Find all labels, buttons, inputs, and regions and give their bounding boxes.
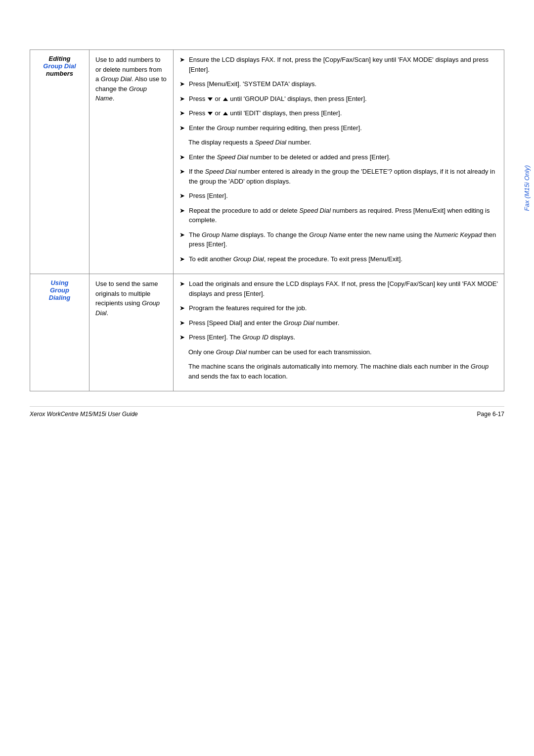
step-note: Only one Group Dial number can be used f… (188, 347, 498, 357)
side-label: Fax (M15i Only) (523, 165, 531, 211)
table-row-editing: Editing Group Dial numbers Use to add nu… (30, 50, 504, 274)
step-item: ➤ Press [Enter]. The Group ID displays. (179, 332, 498, 342)
desc-cell-editing: Use to add numbers to or delete numbers … (89, 50, 174, 274)
step-item: ➤ Press [Enter]. (179, 191, 498, 201)
arrow-icon: ➤ (179, 152, 185, 162)
header-numbers-label: numbers (36, 70, 83, 77)
step-text: If the Speed Dial number entered is alre… (189, 167, 498, 186)
arrow-icon: ➤ (179, 123, 185, 133)
arrow-icon: ➤ (179, 94, 185, 104)
step-item: ➤ Ensure the LCD displays FAX. If not, p… (179, 55, 498, 74)
step-item: ➤ Press or until 'GROUP DIAL' displays, … (179, 94, 498, 104)
header-group-label: Group (36, 286, 83, 294)
arrow-icon: ➤ (179, 332, 185, 342)
header-using-label: Using (36, 279, 83, 286)
step-text: Program the features required for the jo… (189, 303, 307, 313)
side-label-container: Fax (M15i Only) (519, 40, 534, 336)
arrow-icon: ➤ (179, 303, 185, 313)
step-note: The machine scans the originals automati… (188, 362, 498, 381)
step-item: ➤ Program the features required for the … (179, 303, 498, 313)
step-item: ➤ Enter the Speed Dial number to be dele… (179, 152, 498, 162)
desc-editing-text: Use to add numbers to or delete numbers … (95, 56, 167, 102)
arrow-icon: ➤ (179, 254, 185, 264)
steps-list-editing: ➤ Ensure the LCD displays FAX. If not, p… (179, 55, 498, 264)
table-row-using: Using Group Dialing Use to send the same… (30, 274, 504, 391)
step-item: ➤ Repeat the procedure to add or delete … (179, 206, 498, 225)
header-dialing-label: Dialing (36, 294, 83, 301)
step-text: Press [Menu/Exit]. 'SYSTEM DATA' display… (189, 79, 316, 89)
step-text: Press [Speed Dial] and enter the Group D… (189, 318, 339, 328)
step-item: ➤ Press [Speed Dial] and enter the Group… (179, 318, 498, 328)
step-note: The display requests a Speed Dial number… (188, 138, 498, 147)
step-text: Load the originals and ensure the LCD di… (189, 279, 498, 298)
arrow-icon: ➤ (179, 206, 185, 216)
footer-right: Page 6-17 (477, 411, 504, 418)
up-arrow-icon (223, 112, 228, 115)
arrow-icon: ➤ (179, 191, 185, 201)
down-arrow-icon (208, 112, 213, 115)
arrow-icon: ➤ (179, 55, 185, 65)
desc-using-text: Use to send the same originals to multip… (95, 280, 160, 317)
arrow-icon: ➤ (179, 167, 185, 177)
step-item: ➤ Enter the Group number requiring editi… (179, 123, 498, 133)
arrow-icon: ➤ (179, 230, 185, 240)
header-cell-using: Using Group Dialing (30, 274, 89, 391)
step-text: The Group Name displays. To change the G… (189, 230, 498, 249)
up-arrow-icon (223, 97, 228, 101)
step-text: Press [Enter]. (189, 191, 228, 201)
steps-cell-using: ➤ Load the originals and ensure the LCD … (174, 274, 504, 391)
header-editing-label: Editing (36, 55, 83, 62)
steps-cell-editing: ➤ Ensure the LCD displays FAX. If not, p… (174, 50, 504, 274)
arrow-icon: ➤ (179, 108, 185, 118)
step-text: To edit another Group Dial, repeat the p… (189, 254, 402, 264)
step-text: Press [Enter]. The Group ID displays. (189, 332, 295, 342)
step-text: Ensure the LCD displays FAX. If not, pre… (189, 55, 498, 74)
main-table: Editing Group Dial numbers Use to add nu… (30, 49, 504, 391)
down-arrow-icon (208, 97, 213, 101)
step-text: Press or until 'EDIT' displays, then pre… (189, 108, 342, 118)
steps-list-using: ➤ Load the originals and ensure the LCD … (179, 279, 498, 381)
arrow-icon: ➤ (179, 279, 185, 289)
footer: Xerox WorkCentre M15/M15i User Guide Pag… (30, 406, 504, 418)
step-item: ➤ If the Speed Dial number entered is al… (179, 167, 498, 186)
page-wrapper: Fax (M15i Only) Editing Group Dial numbe… (0, 0, 534, 756)
desc-cell-using: Use to send the same originals to multip… (89, 274, 174, 391)
header-cell-editing: Editing Group Dial numbers (30, 50, 89, 274)
step-text: Press or until 'GROUP DIAL' displays, th… (189, 94, 367, 104)
header-group-dial-label: Group Dial (36, 62, 83, 70)
step-item: ➤ Press [Menu/Exit]. 'SYSTEM DATA' displ… (179, 79, 498, 89)
step-item: ➤ The Group Name displays. To change the… (179, 230, 498, 249)
step-text: Repeat the procedure to add or delete Sp… (189, 206, 498, 225)
arrow-icon: ➤ (179, 79, 185, 89)
step-text: Enter the Group number requiring editing… (189, 123, 362, 133)
step-item: ➤ Load the originals and ensure the LCD … (179, 279, 498, 298)
arrow-icon: ➤ (179, 318, 185, 328)
step-text: Enter the Speed Dial number to be delete… (189, 152, 391, 162)
footer-left: Xerox WorkCentre M15/M15i User Guide (30, 411, 138, 418)
step-item: ➤ Press or until 'EDIT' displays, then p… (179, 108, 498, 118)
step-item: ➤ To edit another Group Dial, repeat the… (179, 254, 498, 264)
